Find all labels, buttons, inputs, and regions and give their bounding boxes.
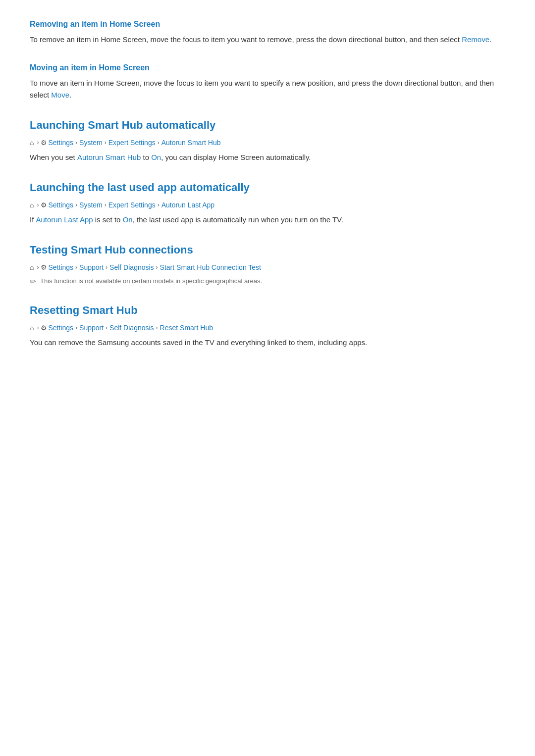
removing-item-section: Removing an item in Home Screen To remov… — [30, 20, 505, 46]
home-icon-3: ⌂ — [30, 263, 34, 271]
breadcrumb-sep-11: › — [156, 264, 158, 271]
resetting-smart-hub-body: You can remove the Samsung accounts save… — [30, 337, 505, 349]
moving-item-title: Moving an item in Home Screen — [30, 63, 505, 72]
breadcrumb-sep-0: › — [37, 139, 39, 146]
breadcrumb-settings: Settings — [48, 139, 73, 147]
gear-icon-2: ⚙ — [41, 201, 47, 209]
home-icon-2: ⌂ — [30, 201, 34, 209]
testing-connections-title: Testing Smart Hub connections — [30, 244, 505, 256]
gear-icon-4: ⚙ — [41, 324, 47, 332]
breadcrumb-settings-4: Settings — [48, 324, 73, 332]
breadcrumb-sep-9: › — [75, 264, 77, 271]
breadcrumb-sep-3: › — [158, 139, 160, 146]
gear-icon: ⚙ — [41, 139, 47, 147]
breadcrumb-autorun-smart-hub: Autorun Smart Hub — [161, 139, 221, 147]
launching-smart-hub-breadcrumb: ⌂ › ⚙ Settings › System › Expert Setting… — [30, 139, 505, 147]
launching-smart-hub-body: When you set Autorun Smart Hub to On, yo… — [30, 151, 505, 163]
launching-last-app-section: Launching the last used app automaticall… — [30, 181, 505, 226]
on-highlight-2: On — [123, 215, 133, 224]
breadcrumb-sep-4: › — [37, 202, 39, 208]
breadcrumb-start-connection-test: Start Smart Hub Connection Test — [160, 263, 261, 271]
home-icon-4: ⌂ — [30, 324, 34, 332]
removing-item-title: Removing an item in Home Screen — [30, 20, 505, 29]
launching-last-app-body: If Autorun Last App is set to On, the la… — [30, 214, 505, 226]
autorun-smart-hub-highlight: Autorun Smart Hub — [77, 153, 141, 161]
breadcrumb-self-diagnosis-2: Self Diagnosis — [109, 324, 154, 332]
launching-smart-hub-title: Launching Smart Hub automatically — [30, 119, 505, 132]
autorun-last-app-highlight: Autorun Last App — [36, 215, 93, 224]
breadcrumb-system: System — [79, 139, 103, 147]
testing-connections-note-row: ✏ This function is not available on cert… — [30, 276, 505, 286]
breadcrumb-self-diagnosis: Self Diagnosis — [109, 263, 154, 271]
remove-highlight: Remove — [462, 35, 489, 44]
breadcrumb-sep-8: › — [37, 264, 39, 271]
launching-last-app-title: Launching the last used app automaticall… — [30, 181, 505, 194]
breadcrumb-settings-2: Settings — [48, 201, 73, 209]
on-highlight-1: On — [151, 153, 161, 161]
testing-connections-section: Testing Smart Hub connections ⌂ › ⚙ Sett… — [30, 244, 505, 286]
breadcrumb-system-2: System — [79, 201, 103, 209]
breadcrumb-sep-12: › — [37, 324, 39, 331]
moving-item-body: To move an item in Home Screen, move the… — [30, 77, 505, 101]
breadcrumb-support: Support — [79, 263, 104, 271]
home-icon: ⌂ — [30, 139, 34, 147]
breadcrumb-sep-14: › — [106, 324, 107, 331]
breadcrumb-autorun-last-app: Autorun Last App — [161, 201, 214, 209]
gear-icon-3: ⚙ — [41, 263, 47, 271]
breadcrumb-sep-7: › — [158, 202, 160, 208]
breadcrumb-sep-13: › — [75, 324, 77, 331]
launching-smart-hub-section: Launching Smart Hub automatically ⌂ › ⚙ … — [30, 119, 505, 163]
breadcrumb-sep-2: › — [105, 139, 107, 146]
breadcrumb-expert-settings: Expert Settings — [108, 139, 156, 147]
pencil-icon: ✏ — [30, 277, 36, 286]
breadcrumb-sep-5: › — [75, 202, 77, 208]
resetting-smart-hub-breadcrumb: ⌂ › ⚙ Settings › Support › Self Diagnosi… — [30, 324, 505, 332]
launching-last-app-breadcrumb: ⌂ › ⚙ Settings › System › Expert Setting… — [30, 201, 505, 209]
breadcrumb-sep-10: › — [106, 264, 107, 271]
removing-item-body: To remove an item in Home Screen, move t… — [30, 34, 505, 46]
testing-connections-breadcrumb: ⌂ › ⚙ Settings › Support › Self Diagnosi… — [30, 263, 505, 271]
moving-item-section: Moving an item in Home Screen To move an… — [30, 63, 505, 101]
resetting-smart-hub-title: Resetting Smart Hub — [30, 304, 505, 317]
breadcrumb-settings-3: Settings — [48, 263, 73, 271]
breadcrumb-sep-6: › — [105, 202, 107, 208]
breadcrumb-reset-smart-hub: Reset Smart Hub — [160, 324, 213, 332]
resetting-smart-hub-section: Resetting Smart Hub ⌂ › ⚙ Settings › Sup… — [30, 304, 505, 349]
breadcrumb-expert-settings-2: Expert Settings — [108, 201, 156, 209]
move-highlight: Move — [51, 91, 69, 99]
breadcrumb-sep-15: › — [156, 324, 158, 331]
testing-connections-note: This function is not available on certai… — [40, 276, 262, 286]
breadcrumb-support-2: Support — [79, 324, 104, 332]
breadcrumb-sep-1: › — [75, 139, 77, 146]
